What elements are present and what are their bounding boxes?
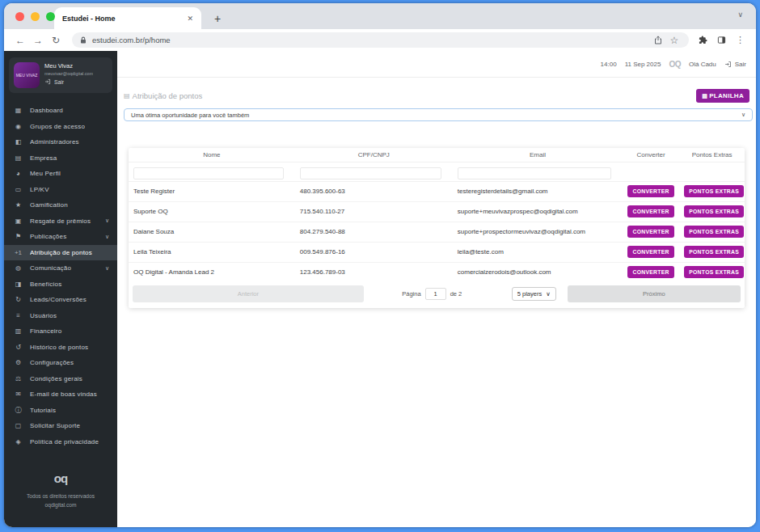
logout-icon [724,61,732,68]
sidebar-item-usuarios[interactable]: ≡Usuários [4,308,117,324]
cell-email: comercialzerodois@outlook.com [453,262,623,282]
close-window-button[interactable] [15,12,24,21]
app-body: MEU VIVAZ Meu Vivaz meuvivaz@oqdigital.c… [4,51,756,527]
side-panel-icon[interactable] [717,36,726,44]
cell-email: suporte+prospectormeuvivaz@oqdigital.com [453,222,623,242]
converter-button[interactable]: CONVERTER [627,185,673,197]
points-table-card: Nome CPF/CNPJ Email Converter Pontos Ext… [129,148,745,308]
pontos-extras-button[interactable]: PONTOS EXTRAS [684,266,744,278]
sidebar-item-gamification[interactable]: ★Gamification [4,197,117,213]
page-title: ▤ Atribuição de pontos [124,91,202,100]
page-label: Página [402,290,420,298]
address-bar[interactable]: estudei.com.br/p/home ☆ [72,32,689,48]
sidebar-item-lp-kv[interactable]: ▭LP/KV [4,182,117,198]
maximize-window-button[interactable] [46,12,55,21]
pagination-bar: Anterior Página de 2 5 players ∨ Próximo [133,285,741,302]
sidebar-item-beneficios[interactable]: ◨Benefícios [4,277,117,293]
sidebar-item-dashboard[interactable]: ▦Dashboard [4,103,117,119]
sidebar-item-meu-perfil[interactable]: ◕Meu Perfil [4,166,117,182]
back-button[interactable]: ← [14,35,27,46]
administrators-icon: ◧ [14,138,23,146]
tab-close-icon[interactable]: ✕ [187,15,193,23]
converter-button[interactable]: CONVERTER [627,266,673,278]
minimize-window-button[interactable] [31,12,40,21]
sidebar-footer: oq Todos os direitos reservados oqdigita… [4,460,117,527]
planilha-button[interactable]: ▤ PLANILHA [696,89,749,103]
filter-cpf-input[interactable] [300,167,442,179]
sidebar-item-publicacoes[interactable]: ⚑Publicações∨ [4,229,117,245]
sidebar-item-atribuicao-de-pontos[interactable]: +1Atribuição de pontos [4,245,117,261]
cell-cpf: 009.549.876-16 [295,242,453,262]
sidebar-item-condicoes-gerais[interactable]: ⚖Condições gerais [4,371,117,387]
previous-page-button[interactable]: Anterior [133,285,364,302]
pontos-extras-button[interactable]: PONTOS EXTRAS [684,185,744,197]
oq-logo: oq [9,471,112,485]
forward-button[interactable]: → [32,35,44,46]
access-groups-icon: ◉ [14,123,23,130]
reload-button[interactable]: ↻ [49,35,62,46]
refresh-icon: ↻ [14,296,23,303]
share-icon[interactable] [654,36,662,44]
bookmark-star-icon[interactable]: ☆ [668,35,681,46]
topbar-logout-button[interactable]: Sair [724,61,746,68]
extensions-puzzle-icon[interactable] [699,36,707,44]
pontos-extras-button[interactable]: PONTOS EXTRAS [684,226,744,238]
campaign-select[interactable]: Uma ótima oportunidade para você também … [124,108,753,121]
converter-button[interactable]: CONVERTER [627,226,673,238]
table-row: Daiane Souza 804.279.540-88 suporte+pros… [129,222,745,242]
cell-nome: Suporte OQ [129,201,295,222]
filter-nome-input[interactable] [133,167,284,179]
browser-tab[interactable]: Estudei - Home ✕ [54,7,201,29]
browser-menu-kebab-icon[interactable]: ⋮ [736,35,745,45]
sidebar-item-leads-conversoes[interactable]: ↻Leads/Conversões [4,292,117,308]
filter-email-input[interactable] [458,167,611,179]
current-date: 11 Sep 2025 [625,61,661,68]
browser-toolbar: ← → ↻ estudei.com.br/p/home ☆ [4,29,756,51]
spreadsheet-icon: ▤ [702,93,707,99]
col-header-pontos-extras: Pontos Extras [679,148,745,162]
tab-title: Estudei - Home [62,15,187,23]
sidebar-item-resgate-de-premios[interactable]: ▣Resgate de prêmios∨ [4,213,117,230]
avatar: MEU VIVAZ [14,62,40,88]
user-email: meuvivaz@oqdigital.com [44,71,93,76]
sidebar-item-politica-de-privacidade[interactable]: ◈Política de privacidade [4,434,117,450]
history-icon: ↺ [14,344,23,351]
sidebar-logout-button[interactable]: Sair [44,78,93,85]
sidebar-item-administradores[interactable]: ◧Administradores [4,134,117,150]
tab-search-chevron-icon[interactable]: ∨ [737,11,743,19]
sidebar-item-grupos-de-acesso[interactable]: ◉Grupos de acesso [4,119,117,135]
sidebar-item-email-boas-vindas[interactable]: ✉E-mail de boas vindas [4,386,117,403]
mail-icon: ✉ [14,391,23,398]
col-header-converter: Converter [623,148,679,162]
page-number-input[interactable] [425,288,446,300]
sidebar-item-historico-de-pontos[interactable]: ↺Histórico de pontos [4,340,117,356]
page-size-select[interactable]: 5 players ∨ [512,287,556,301]
oq-mini-logo: OQ [669,60,681,69]
cell-email: suporte+meuvivazprospec@oqdigital.com [453,201,623,222]
benefits-icon: ◨ [14,281,23,288]
converter-button[interactable]: CONVERTER [627,246,673,258]
page-of-label: de 2 [450,290,462,298]
table-header-row: Nome CPF/CNPJ Email Converter Pontos Ext… [129,148,745,162]
cell-nome: Teste Register [129,181,295,201]
sidebar-item-comunicacao[interactable]: ◍Comunicação∨ [4,260,117,277]
sidebar-item-configuracoes[interactable]: ⚙Configurações [4,355,117,371]
sidebar-item-solicitar-suporte[interactable]: ▢Solicitar Suporte [4,418,117,434]
user-card: MEU VIVAZ Meu Vivaz meuvivaz@oqdigital.c… [9,57,112,93]
pontos-extras-button[interactable]: PONTOS EXTRAS [684,246,744,258]
greeting-text: Olá Cadu [689,61,716,68]
converter-button[interactable]: CONVERTER [627,205,673,217]
cell-nome: Leila Teixeira [129,242,295,262]
sidebar-item-empresa[interactable]: ▤Empresa [4,150,117,167]
profile-icon: ◕ [14,170,23,177]
col-header-cpf: CPF/CNPJ [295,148,453,162]
copyright-line1: Todos os direitos reservados [9,492,112,500]
sidebar-item-financeiro[interactable]: ▥Financeiro [4,323,117,340]
pontos-extras-button[interactable]: PONTOS EXTRAS [684,205,744,217]
next-page-button[interactable]: Próximo [568,285,741,302]
new-tab-button[interactable]: + [214,13,221,24]
lp-kv-icon: ▭ [14,186,23,193]
sidebar-item-tutoriais[interactable]: ⓘTutoriais [4,403,117,419]
chevron-down-icon: ∨ [105,234,109,240]
lock-icon [80,36,87,44]
